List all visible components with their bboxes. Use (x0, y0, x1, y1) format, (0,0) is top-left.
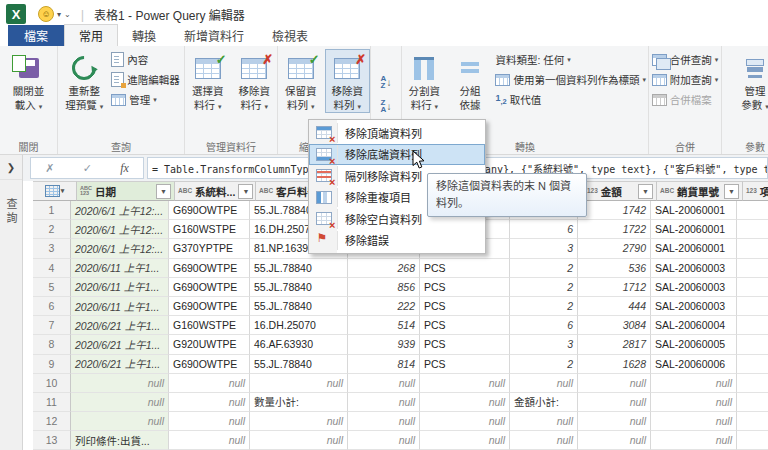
feedback-smiley-icon[interactable]: ☺ (38, 6, 54, 22)
table-cell[interactable]: 55.JL.78840 (250, 355, 348, 374)
manage-parameters-button[interactable]: 管理 參數 ▾ (731, 49, 768, 113)
table-cell[interactable]: 數量小計: (250, 393, 348, 412)
table-cell[interactable]: 2020/6/21 上午1... (71, 316, 169, 335)
row-number[interactable]: 8 (33, 335, 71, 354)
table-cell[interactable]: 1742 (578, 201, 651, 220)
table-cell[interactable]: PCS (420, 335, 510, 354)
table-cell[interactable]: 2020/6/11 上午1... (71, 259, 169, 278)
table-cell[interactable]: SAL-20060006 (651, 355, 737, 374)
table-cell[interactable]: null (651, 431, 737, 450)
manage-button[interactable]: 管理 ▾ (109, 91, 182, 108)
table-cell[interactable]: 6 (510, 220, 578, 239)
table-cell[interactable]: null (420, 431, 510, 450)
table-cell[interactable]: G690OWTPE (169, 297, 250, 316)
row-number[interactable]: 7 (33, 316, 71, 335)
refresh-preview-button[interactable]: 重新整 理預覽 ▾ (60, 49, 108, 113)
remove-rows-button[interactable]: ✗ 移除資 料列 ▾ (325, 49, 371, 113)
table-cell[interactable]: 55.JL.78840 (250, 297, 348, 316)
column-header[interactable]: 123金額▼ (584, 181, 657, 201)
table-cell[interactable]: SAL-20060001 (651, 220, 737, 239)
row-number[interactable]: 3 (33, 239, 71, 258)
table-cell[interactable]: null (169, 412, 250, 431)
table-cell[interactable]: SAL-20060003 (651, 297, 737, 316)
row-number[interactable]: 1 (33, 201, 71, 220)
sort-descending-button[interactable]: ZA↓ (374, 96, 398, 116)
menu-item[interactable]: 移除錯誤 (309, 230, 485, 252)
split-column-button[interactable]: 分割資 料行 ▾ (402, 49, 447, 113)
table-cell[interactable]: 2020/6/21 上午1... (71, 355, 169, 374)
table-cell[interactable]: null (651, 412, 737, 431)
table-cell[interactable]: PCS (420, 259, 510, 278)
table-cell[interactable]: 3 (510, 239, 578, 258)
remove-columns-button[interactable]: ✗ 移除資 料行 ▾ (232, 49, 278, 113)
tab-transform[interactable]: 轉換 (118, 25, 170, 46)
menu-item[interactable]: 移除頂端資料列 (309, 122, 485, 144)
group-by-button[interactable]: 分組 依據 (448, 49, 493, 113)
table-cell[interactable]: null (348, 374, 420, 393)
table-cell[interactable]: null (510, 374, 578, 393)
table-cell[interactable]: 2 (510, 355, 578, 374)
table-cell[interactable]: SAL-20060001 (651, 201, 737, 220)
customize-toolbar-icon[interactable]: ⌄ (64, 10, 71, 19)
column-filter-dropdown[interactable]: ▼ (638, 184, 653, 199)
expand-queries-pane-button[interactable]: ❯ (0, 155, 22, 180)
table-cell[interactable]: 514 (348, 316, 420, 335)
table-cell[interactable]: 列印條件:出貨... (71, 431, 169, 450)
table-cell[interactable]: G160WSTPE (169, 316, 250, 335)
tab-home[interactable]: 常用 (64, 24, 118, 46)
row-number[interactable]: 6 (33, 297, 71, 316)
table-cell[interactable]: null (578, 393, 651, 412)
table-cell[interactable]: G920UWTPE (169, 335, 250, 354)
table-cell[interactable]: SAL-20060003 (651, 259, 737, 278)
commit-formula-icon[interactable]: ✓ (83, 162, 92, 175)
table-cell[interactable]: null (71, 393, 169, 412)
advanced-editor-button[interactable]: 進階編輯器 (109, 71, 182, 88)
table-cell[interactable]: 536 (578, 259, 651, 278)
table-cell[interactable]: 1722 (578, 220, 651, 239)
append-queries-button[interactable]: 附加查詢 ▾ (650, 71, 721, 88)
table-cell[interactable]: PCS (420, 297, 510, 316)
column-header[interactable]: ABC系統料...▼ (175, 181, 256, 201)
row-number[interactable]: 5 (33, 278, 71, 297)
table-cell[interactable]: 3 (510, 335, 578, 354)
table-cell[interactable]: null (250, 374, 348, 393)
table-cell[interactable]: null (348, 431, 420, 450)
table-cell[interactable]: 16.DH.25070 (250, 316, 348, 335)
table-cell[interactable] (737, 239, 768, 258)
row-number[interactable]: 4 (33, 259, 71, 278)
data-type-button[interactable]: 資料類型: 任何 ▾ (493, 51, 648, 68)
close-and-load-button[interactable]: 關閉並 載入 ▾ (5, 49, 53, 113)
sort-ascending-button[interactable]: AZ↓ (374, 72, 398, 92)
table-cell[interactable]: 444 (578, 297, 651, 316)
smiley-dropdown-caret-icon[interactable]: ▾ (57, 10, 61, 19)
table-cell[interactable] (737, 374, 768, 393)
table-cell[interactable]: G690OWTPE (169, 201, 250, 220)
row-number[interactable]: 2 (33, 220, 71, 239)
table-cell[interactable]: null (71, 412, 169, 431)
table-cell[interactable]: SAL-20060003 (651, 278, 737, 297)
merge-queries-button[interactable]: 合併查詢 ▾ (650, 51, 721, 68)
table-cell[interactable]: 2020/6/21 上午1... (71, 335, 169, 354)
table-cell[interactable]: null (420, 393, 510, 412)
cancel-formula-icon[interactable]: ✗ (45, 162, 54, 175)
table-cell[interactable] (737, 316, 768, 335)
table-cell[interactable]: null (578, 374, 651, 393)
table-cell[interactable]: 2020/6/11 上午1... (71, 278, 169, 297)
table-cell[interactable] (737, 393, 768, 412)
use-first-row-as-headers-button[interactable]: 使用第一個資料列作為標頭 ▾ (493, 71, 648, 88)
table-cell[interactable] (737, 355, 768, 374)
table-cell[interactable]: null (169, 374, 250, 393)
choose-columns-button[interactable]: ✓ 選擇資 料行 ▾ (185, 49, 231, 113)
tab-add-column[interactable]: 新增資料行 (170, 25, 258, 46)
table-cell[interactable]: null (420, 374, 510, 393)
table-cell[interactable]: PCS (420, 278, 510, 297)
table-cell[interactable]: 222 (348, 297, 420, 316)
table-cell[interactable]: null (651, 393, 737, 412)
table-cell[interactable]: G690OWTPE (169, 278, 250, 297)
table-cell[interactable]: 2790 (578, 239, 651, 258)
table-cell[interactable]: 金額小計: (510, 393, 578, 412)
table-cell[interactable] (737, 278, 768, 297)
table-cell[interactable]: 2817 (578, 335, 651, 354)
tab-file[interactable]: 檔案 (8, 25, 64, 46)
table-cell[interactable]: null (420, 412, 510, 431)
